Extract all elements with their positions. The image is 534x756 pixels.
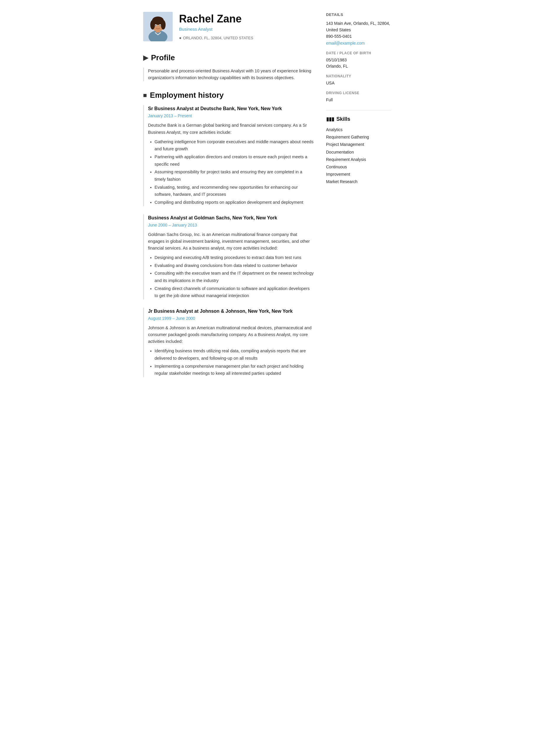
job-dates-0: January 2013 – Present [148, 113, 314, 119]
job-entry-2: Jr Business Analyst at Johnson & Johnson… [143, 308, 314, 377]
skills-icon: ▮▮▮ [326, 116, 334, 123]
job-bullet-0-4: Compiling and distributing reports on ap… [155, 199, 314, 206]
skills-title-text: Skills [336, 115, 350, 123]
job-bullets-1: Designing and executing A/B testing proc… [148, 254, 314, 299]
job-bullet-0-1: Partnering with application directors an… [155, 153, 314, 168]
details-title: Details [326, 12, 391, 18]
skills-container: AnalyticsRequirement GatheringProject Ma… [326, 126, 391, 186]
location-icon: ● [179, 35, 181, 41]
dob-value: 05/10/1983 Orlando, FL [326, 57, 391, 69]
job-title-2: Jr Business Analyst at Johnson & Johnson… [148, 308, 314, 315]
job-bullets-2: Identifying business trends utilizing re… [148, 347, 314, 377]
job-entry-1: Business Analyst at Goldman Sachs, New Y… [143, 214, 314, 299]
skill-item-5: Continuous [326, 163, 391, 171]
job-bullet-2-1: Implementing a comprehensive management … [155, 363, 314, 377]
job-desc-0: Deutsche Bank is a German global banking… [148, 122, 314, 136]
header: Rachel Zane Business Analyst ● ORLANDO, … [143, 12, 314, 41]
skill-item-2: Project Management [326, 141, 391, 148]
employment-title-text: Employment history [150, 90, 224, 101]
driving-value: Full [326, 97, 391, 103]
job-bullet-1-2: Consulting with the executive team and t… [155, 270, 314, 284]
profile-section: ▶ Profile Personable and process-oriente… [143, 52, 314, 81]
phone-text: 890-555-0401 [326, 34, 352, 39]
svg-point-6 [161, 20, 166, 30]
profile-title-text: Profile [151, 52, 175, 64]
driving-label: DRIVING LICENSE [326, 90, 391, 96]
employment-section: ■ Employment history Sr Business Analyst… [143, 90, 314, 377]
job-bullet-1-0: Designing and executing A/B testing proc… [155, 254, 314, 261]
skills-title: ▮▮▮ Skills [326, 115, 391, 123]
dob-label: DATE / PLACE OF BIRTH [326, 50, 391, 56]
job-entry-0: Sr Business Analyst at Deutsche Bank, Ne… [143, 105, 314, 206]
nationality-label: NATIONALITY [326, 73, 391, 79]
skill-item-3: Documentation [326, 148, 391, 156]
job-bullet-0-0: Gathering intelligence from corporate ex… [155, 138, 314, 153]
job-bullet-0-2: Assuming responsibility for project task… [155, 168, 314, 183]
resume-page: Rachel Zane Business Analyst ● ORLANDO, … [134, 0, 400, 403]
address-text: 143 Main Ave, Orlando, FL, 32804, United… [326, 21, 390, 32]
employment-icon: ■ [143, 90, 147, 100]
job-dates-2: August 1999 – June 2000 [148, 315, 314, 322]
nationality-value: USA [326, 80, 391, 86]
main-column: Rachel Zane Business Analyst ● ORLANDO, … [143, 12, 314, 385]
profile-section-title: ▶ Profile [143, 52, 314, 64]
skill-item-4: Requirement Analysis [326, 156, 391, 163]
svg-point-5 [150, 20, 155, 30]
svg-point-9 [155, 25, 156, 26]
header-title: Business Analyst [179, 26, 253, 33]
skill-item-0: Analytics [326, 126, 391, 133]
skill-item-7: Market Research [326, 178, 391, 185]
job-bullets-0: Gathering intelligence from corporate ex… [148, 138, 314, 206]
job-bullet-1-1: Evaluating and drawing conclusions from … [155, 262, 314, 269]
job-desc-2: Johnson & Johnson is an American multina… [148, 325, 314, 345]
job-bullet-1-3: Creating direct channels of communicatio… [155, 285, 314, 299]
details-section: Details 143 Main Ave, Orlando, FL, 32804… [326, 12, 391, 103]
job-bullet-0-3: Evaluating, testing, and recommending ne… [155, 184, 314, 198]
sidebar-address: 143 Main Ave, Orlando, FL, 32804, United… [326, 20, 391, 47]
avatar [143, 12, 173, 41]
job-bullet-2-0: Identifying business trends utilizing re… [155, 347, 314, 362]
job-desc-1: Goldman Sachs Group, Inc. is an American… [148, 231, 314, 252]
skill-item-6: Improvement [326, 171, 391, 178]
job-title-0: Sr Business Analyst at Deutsche Bank, Ne… [148, 105, 314, 112]
job-dates-1: June 2000 – January 2013 [148, 222, 314, 228]
header-location: ● ORLANDO, FL, 32804, UNITED STATES [179, 35, 253, 41]
email-text: email@example.com [326, 41, 365, 45]
skills-section: ▮▮▮ Skills AnalyticsRequirement Gatherin… [326, 115, 391, 186]
employment-section-title: ■ Employment history [143, 90, 314, 101]
jobs-container: Sr Business Analyst at Deutsche Bank, Ne… [143, 105, 314, 377]
job-title-1: Business Analyst at Goldman Sachs, New Y… [148, 214, 314, 222]
profile-text: Personable and process-oriented Business… [143, 68, 314, 81]
location-text: ORLANDO, FL, 32804, UNITED STATES [183, 35, 253, 41]
profile-icon: ▶ [143, 53, 148, 63]
header-info: Rachel Zane Business Analyst ● ORLANDO, … [179, 12, 253, 41]
sidebar: Details 143 Main Ave, Orlando, FL, 32804… [326, 12, 391, 385]
header-name: Rachel Zane [179, 13, 253, 25]
svg-point-10 [159, 25, 161, 26]
skill-item-1: Requirement Gathering [326, 133, 391, 141]
